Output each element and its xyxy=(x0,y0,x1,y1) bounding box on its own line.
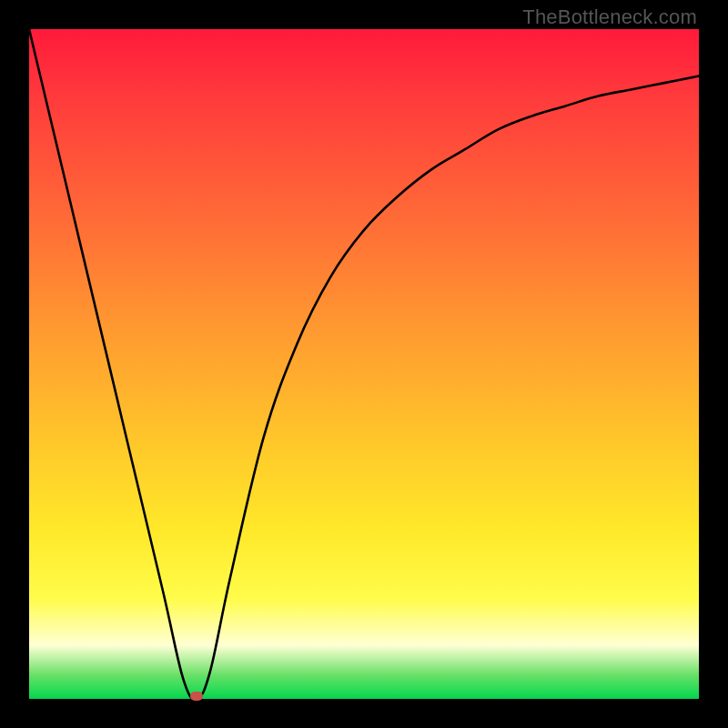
minimum-marker xyxy=(190,692,203,701)
plot-area xyxy=(29,29,699,699)
chart-frame: TheBottleneck.com xyxy=(0,0,728,728)
watermark-text: TheBottleneck.com xyxy=(522,5,697,29)
bottleneck-curve xyxy=(29,29,699,699)
curve-layer xyxy=(29,29,699,699)
